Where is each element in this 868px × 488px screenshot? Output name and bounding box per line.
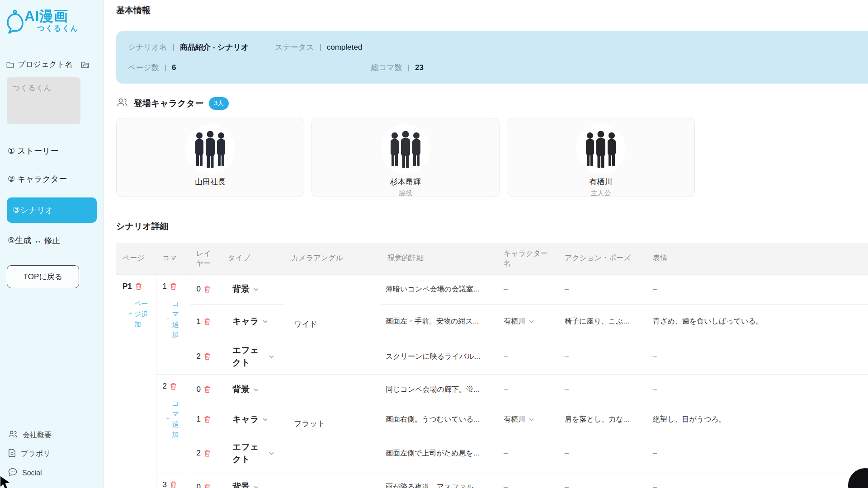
info-row-2: ページ数 | 6 総コマ数 | 23	[128, 62, 859, 73]
type-select[interactable]: 背景	[232, 481, 285, 488]
col-visual-detail: 視覚的詳細	[381, 243, 497, 274]
delete-page-icon[interactable]	[135, 283, 142, 290]
folder-open-icon[interactable]	[81, 61, 89, 68]
type-select[interactable]: キャラ	[232, 315, 285, 328]
delete-layer-icon[interactable]	[204, 450, 211, 457]
panel-count-label: 総コマ数	[371, 62, 402, 73]
logo-text: AI漫画 つくるくん	[24, 9, 79, 33]
type-value: キャラ	[232, 413, 259, 426]
page-id: P1	[123, 282, 132, 291]
chevron-down-icon	[254, 288, 259, 291]
sidebar-item-character[interactable]: ② キャラクター	[0, 169, 104, 189]
character-cell: 有栖川	[497, 304, 558, 339]
characters-header: 登場キャラクター 3人	[116, 97, 868, 110]
logo-line1: AI漫画	[24, 9, 79, 23]
delete-layer-icon[interactable]	[204, 416, 211, 423]
character-name: 山田社長	[195, 177, 226, 187]
expression-cell: –	[646, 274, 868, 304]
visual-detail-cell: 同じコンペ会場の廊下。蛍...	[381, 374, 497, 405]
type-select[interactable]: エフェクト	[232, 344, 285, 370]
col-character: キャラクター名	[497, 243, 558, 274]
layer-id: 2	[197, 352, 201, 361]
delete-layer-icon[interactable]	[204, 318, 211, 325]
visual-detail-cell: 薄暗いコンペ会場の会議室...	[381, 274, 497, 304]
layer-cell: 0	[190, 473, 222, 488]
character-cell: –	[497, 339, 558, 374]
table-row: 2 + コマ追加 0	[116, 374, 868, 405]
table-row: 1 キャラ 画面右側。うつむいている... 有栖川	[116, 405, 868, 434]
type-select[interactable]: キャラ	[232, 413, 285, 426]
character-card[interactable]: 有栖川 主人公	[507, 118, 695, 197]
add-koma-link[interactable]: + コマ追加	[166, 398, 181, 440]
koma-id: 2	[163, 382, 167, 391]
expression-cell: –	[646, 374, 868, 405]
chevron-down-icon	[529, 320, 534, 323]
character-name: 有栖川	[590, 177, 613, 187]
layer-cell: 0	[190, 274, 222, 304]
type-select[interactable]: 背景	[232, 283, 285, 296]
camera-angle-cell: ワイド	[285, 274, 381, 374]
layer-cell: 2	[190, 434, 222, 473]
delete-koma-icon[interactable]	[170, 481, 177, 488]
info-row-1: シナリオ名 | 商品紹介 - シナリオ ステータス | completed	[128, 42, 859, 52]
back-to-top-button[interactable]: TOPに戻る	[7, 265, 79, 288]
chevron-down-icon	[269, 355, 274, 358]
table-row: 2 エフェクト 画面左側で上司がため息を... – – –	[116, 434, 868, 473]
sidebar-item-scenario[interactable]: ③シナリオ	[7, 197, 97, 223]
delete-layer-icon[interactable]	[204, 353, 211, 360]
col-koma: コマ	[156, 243, 190, 274]
delete-layer-icon[interactable]	[204, 386, 211, 393]
table-row: 2 エフェクト スクリーンに映るライバル... – – –	[116, 339, 868, 374]
mouse-cursor	[0, 475, 11, 488]
type-select[interactable]: エフェクト	[232, 441, 285, 466]
layer-id: 0	[197, 483, 201, 488]
character-cell: –	[497, 434, 558, 473]
delete-layer-icon[interactable]	[204, 483, 211, 488]
sidebar-item-story[interactable]: ① ストーリー	[0, 141, 104, 161]
layer-id: 1	[197, 415, 201, 424]
type-select[interactable]: 背景	[232, 383, 285, 396]
footer-item-social[interactable]: Social	[8, 468, 52, 478]
type-cell: エフェクト	[222, 339, 285, 374]
folder-icon[interactable]	[6, 61, 14, 68]
table-header-row: ページ コマ レイヤー タイプ カメラアングル 視覚的詳細 キャラクター名 アク…	[116, 243, 868, 274]
scenario-name-value: 商品紹介 - シナリオ	[180, 42, 249, 52]
type-value: 背景	[232, 383, 250, 396]
main-content: 基本情報 シナリオ名 | 商品紹介 - シナリオ ステータス | complet…	[104, 0, 868, 488]
project-name-row: プロジェクト名	[6, 60, 97, 70]
action-pose-cell: –	[558, 339, 646, 374]
col-page: ページ	[116, 243, 156, 274]
character-avatar	[576, 124, 626, 174]
expression-cell: –	[646, 473, 868, 488]
footer-item-company[interactable]: 会社概要	[8, 430, 52, 440]
character-card[interactable]: 山田社長	[116, 118, 304, 197]
character-name: 杉本昂輝	[390, 177, 421, 187]
type-value: エフェクト	[232, 344, 265, 370]
delete-koma-icon[interactable]	[170, 383, 177, 390]
character-count-badge: 3人	[209, 97, 229, 110]
character-value: 有栖川	[504, 415, 525, 424]
delete-koma-icon[interactable]	[170, 283, 177, 290]
sidebar-item-generate-fix[interactable]: ⑤生成 ↔ 修正	[0, 230, 104, 251]
type-cell: キャラ	[222, 405, 285, 434]
characters-heading: 登場キャラクター	[134, 98, 203, 109]
expression-cell: –	[646, 339, 868, 374]
separator: |	[408, 64, 410, 72]
character-card[interactable]: 杉本昂輝 脇役	[311, 118, 500, 197]
camera-angle-cell: フラット	[285, 374, 381, 473]
layer-id: 1	[197, 317, 201, 326]
character-select[interactable]: 有栖川	[504, 415, 558, 424]
footer-item-policy[interactable]: プラポリ	[8, 449, 52, 459]
character-select[interactable]: 有栖川	[504, 317, 558, 326]
layer-id: 0	[197, 385, 201, 394]
koma-id: 3	[163, 480, 167, 488]
people-icon	[8, 430, 18, 440]
mascot-icon	[5, 9, 24, 41]
project-name-input[interactable]	[7, 77, 80, 124]
add-page-link[interactable]: + ページ追加	[128, 298, 150, 330]
delete-layer-icon[interactable]	[204, 286, 211, 293]
add-koma-link[interactable]: + コマ追加	[166, 298, 181, 340]
layer-cell: 2	[190, 339, 222, 374]
app-logo: AI漫画 つくるくん	[5, 9, 104, 41]
expression-cell: –	[646, 434, 868, 473]
